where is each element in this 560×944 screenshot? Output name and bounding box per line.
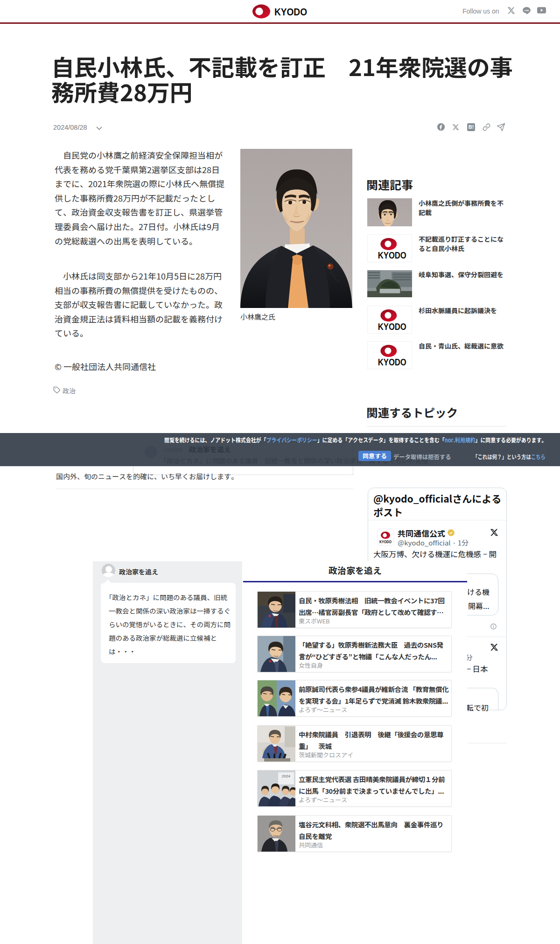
svg-text:2024: 2024 [282,774,290,778]
svg-text:KYODO: KYODO [274,6,307,18]
svg-text:LINE: LINE [525,9,529,12]
